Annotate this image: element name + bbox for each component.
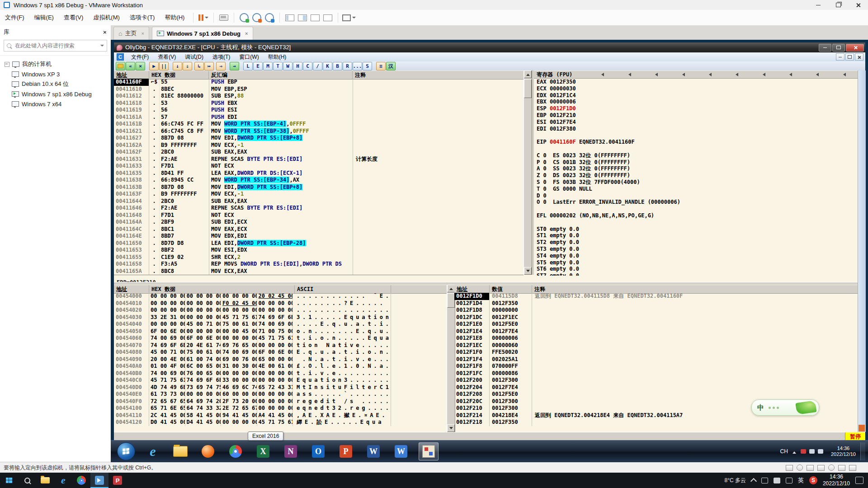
cdrom-icon[interactable] [797, 465, 803, 471]
floppy-icon[interactable] [807, 465, 814, 471]
stack-row[interactable]: 0012F1E0 0012F5E0 [454, 321, 858, 328]
stack-row[interactable]: 0012F1F8 070000FF [454, 363, 858, 370]
dump-row[interactable]: 00454020 00 00 00 0000 00 00 0000 00 00 … [114, 307, 447, 314]
window-button[interactable]: T [273, 62, 283, 70]
dump-row[interactable]: 00454030 33 2E 31 0000 00 00 0045 71 75 … [114, 314, 447, 321]
menu-file[interactable]: 文件(F) [127, 52, 153, 61]
dump-row[interactable]: 004540B0 74 00 69 0076 00 65 0000 00 00 … [114, 370, 447, 377]
disasm-row[interactable]: 0041163F . B9 FFFFFFFF MOV ECX,-1 [114, 191, 524, 198]
stack-row[interactable]: 0012F1DC 0012F1EC [454, 314, 858, 321]
window-button[interactable]: B [333, 62, 342, 70]
disasm-row[interactable]: 00411619 . 56 PUSH ESI [114, 107, 524, 114]
dump-row[interactable]: 004540C0 45 71 75 6174 69 6F 6E33 00 00 … [114, 377, 447, 384]
fullscreen-button[interactable] [342, 12, 356, 23]
window-button[interactable]: S [363, 62, 372, 70]
hdd-icon[interactable] [786, 465, 793, 471]
sogou-icon[interactable]: S [809, 476, 817, 484]
disasm-row[interactable]: 00411612 . 81EC 88000000 SUB ESP,88 [114, 93, 524, 100]
dump-row[interactable]: 00454120 D0 41 45 00D4 41 45 0000 00 00 … [114, 419, 447, 426]
restart-button[interactable]: « [126, 62, 135, 70]
host-taskbar-edge[interactable]: e [54, 473, 72, 488]
trace-into-button[interactable]: ↳ [194, 62, 204, 70]
disasm-row[interactable]: 0041161A . 57 PUSH EDI [114, 114, 524, 121]
disasm-row[interactable]: 0041164E . 8BD7 MOV EDX,EDI [114, 233, 524, 240]
mdi-restore-button[interactable] [845, 53, 854, 61]
taskbar-item-onenote[interactable]: N [281, 442, 301, 460]
taskbar-item-explorer[interactable] [170, 442, 190, 460]
dump-row[interactable]: 00454100 65 71 6E 6564 74 33 322E 72 65 … [114, 405, 447, 412]
dump-row[interactable]: 004540A0 01 00 4F 006C 00 65 0031 00 30 … [114, 363, 447, 370]
taskbar-item-ie[interactable]: e [143, 442, 163, 460]
dump-row[interactable]: 00454090 20 00 4E 0061 00 74 0069 00 76 … [114, 356, 447, 363]
window-button[interactable]: ... [353, 62, 362, 70]
options-button[interactable]: ≡ [376, 62, 386, 70]
disasm-row[interactable]: 0041165A . 8BC8 MOV ECX,EAX [114, 268, 524, 275]
disasm-row[interactable]: 00411650 . 8D7D D8 LEA EDI,DWORD PTR SS:… [114, 240, 524, 247]
menu-view[interactable]: 查看(V) [153, 52, 180, 61]
host-taskbar-vmware-active[interactable] [90, 473, 108, 488]
dump-row[interactable]: 004540E0 61 73 73 0000 00 00 0060 00 00 … [114, 391, 447, 398]
disasm-scrollbar[interactable] [524, 70, 532, 275]
sidebar-item-win7-x64[interactable]: Windows 7 x64 [0, 99, 111, 109]
mdi-minimize-button[interactable] [836, 53, 844, 61]
console-view-button[interactable] [309, 12, 321, 23]
stack-row[interactable]: 0012F1F0 FFE50020 [454, 349, 858, 356]
host-taskbar-explorer[interactable] [36, 473, 54, 488]
close-process-button[interactable]: × [136, 62, 145, 70]
close-icon[interactable]: × [141, 31, 144, 36]
tray-volume-icon[interactable] [774, 478, 780, 483]
collapse-icon[interactable] [5, 62, 9, 67]
menu-debug[interactable]: 调试(D) [180, 52, 208, 61]
ime-mode-chinese[interactable]: 中 [757, 404, 764, 412]
sidebar-item-win7-debug[interactable]: Windows 7 sp1 x86 Debug [0, 89, 111, 99]
taskbar-item-chrome[interactable] [226, 442, 245, 460]
host-search-button[interactable] [18, 473, 36, 488]
appearance-button[interactable]: 汉 [386, 62, 396, 70]
step-into-button[interactable]: ↓ [173, 62, 182, 70]
stack-row[interactable]: 0012F1F4 002025A1 [454, 356, 858, 363]
disasm-row[interactable]: 00411658 . F3:A5 REP MOVS DWORD PTR ES:[… [114, 261, 524, 268]
disasm-row[interactable]: 0041161B . 66:C745 FC FF MOV WORD PTR SS… [114, 121, 524, 128]
menu-file[interactable]: 文件(F) [0, 10, 29, 25]
pause-button[interactable]: || [159, 62, 169, 70]
tree-root-my-computer[interactable]: 我的计算机 [0, 59, 111, 69]
stack-row[interactable]: 0012F1D8 00000000 [454, 307, 858, 314]
take-snapshot-button[interactable] [238, 12, 250, 23]
taskbar-item-excel[interactable]: X [253, 442, 273, 460]
notification-center-icon[interactable] [855, 477, 863, 484]
sogou-ime-bar[interactable]: 中 [751, 399, 819, 416]
stack-row[interactable]: 0012F218 0012F350 [454, 419, 858, 426]
weather-widget[interactable]: 8°C 多云 [724, 477, 745, 484]
open-file-button[interactable] [116, 62, 125, 70]
show-desktop-button[interactable] [860, 442, 865, 460]
menu-view[interactable]: 查看(V) [59, 10, 88, 25]
disasm-row[interactable]: 00411644 . 2BC0 SUB EAX,EAX [114, 198, 524, 205]
menu-window[interactable]: 窗口(W) [235, 52, 263, 61]
menu-options[interactable]: 选项(T) [208, 52, 235, 61]
disasm-row[interactable]: 00411610 . 8BEC MOV EBP,ESP [114, 86, 524, 93]
disasm-row[interactable]: 00411627 . 8B7D 08 MOV EDI,DWORD PTR SS:… [114, 135, 524, 142]
go-to-button[interactable]: → [230, 62, 239, 70]
run-button[interactable]: ▶ [149, 62, 159, 70]
dump-row[interactable]: 00454000 00 00 00 0000 00 00 0000 00 00 … [114, 293, 447, 300]
disasm-row[interactable]: 00411633 . F7D1 NOT ECX [114, 163, 524, 170]
menu-help[interactable]: 帮助(H) [264, 52, 291, 61]
usb-icon[interactable] [828, 465, 835, 471]
close-button[interactable] [848, 0, 868, 10]
dump-row[interactable]: 004540F0 72 65 67 6564 69 74 202F 73 20 … [114, 398, 447, 405]
stack-row[interactable]: 0012F208 0012F5E0 [454, 391, 858, 398]
close-icon[interactable]: × [245, 31, 248, 36]
sidebar-item-winxp[interactable]: Windows XP 3 [0, 69, 111, 79]
dump-row[interactable]: 00454070 74 69 6F 6E20 4E 61 7469 76 65 … [114, 342, 447, 349]
disasm-row[interactable]: 0041162A . B9 FFFFFFFF MOV ECX,-1 [114, 142, 524, 149]
sound-icon[interactable] [838, 465, 845, 471]
mdi-close-button[interactable] [855, 53, 863, 61]
taskbar-item-firefox[interactable] [198, 442, 218, 460]
menu-edit[interactable]: 编辑(E) [29, 10, 59, 25]
taskbar-item-outlook[interactable]: O [308, 442, 328, 460]
tray-volume-icon[interactable] [809, 449, 815, 454]
execute-till-return-button[interactable]: ⇒ [216, 62, 226, 70]
close-button[interactable] [846, 44, 864, 52]
step-over-button[interactable]: ⇓ [183, 62, 192, 70]
hidden-icons-chevron[interactable] [793, 450, 796, 454]
